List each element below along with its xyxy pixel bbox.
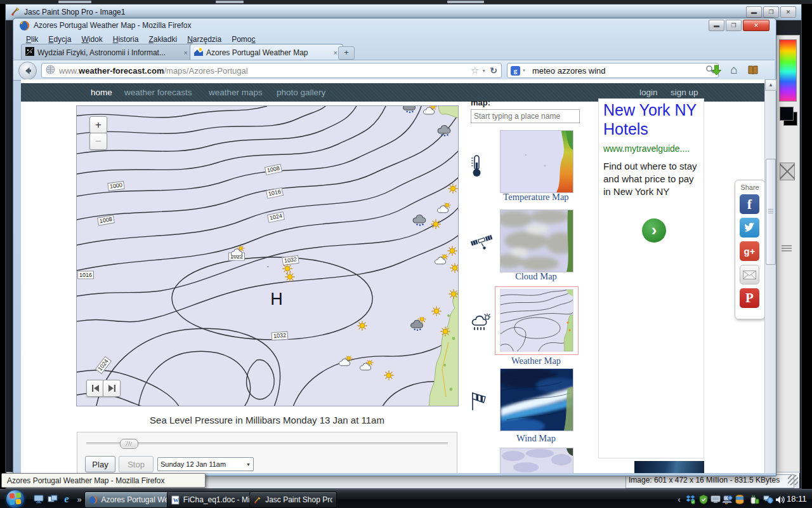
internet-explorer-icon[interactable]: e bbox=[61, 493, 72, 505]
tab-azores-weather-map[interactable]: Azores Portugal Weather Map × bbox=[190, 44, 343, 60]
url-bar[interactable]: www.weather-forecast.com/maps/Azores-Por… bbox=[41, 63, 502, 78]
home-icon[interactable]: ⌂ bbox=[726, 63, 742, 77]
nav-photo-gallery[interactable]: photo gallery bbox=[277, 88, 325, 97]
scrollbar-thumb[interactable] bbox=[766, 159, 776, 265]
database-icon[interactable] bbox=[734, 494, 745, 505]
psp-maximize-button[interactable]: ❐ bbox=[763, 6, 779, 18]
maptype-cloud-label[interactable]: Cloud Map bbox=[488, 271, 584, 282]
nav-weather-maps[interactable]: weather maps bbox=[209, 88, 263, 97]
display-icon[interactable] bbox=[710, 494, 721, 505]
map-zoom-in-button[interactable]: + bbox=[89, 116, 107, 133]
ad-title[interactable]: New York NY Hotels bbox=[603, 101, 698, 138]
wind-map-thumbnail[interactable] bbox=[500, 368, 573, 431]
facebook-icon[interactable]: f bbox=[740, 194, 759, 214]
show-desktop-icon[interactable] bbox=[33, 493, 44, 505]
search-input[interactable] bbox=[531, 65, 705, 76]
background-strip-segment bbox=[447, 1, 484, 3]
background-strip-segment bbox=[58, 1, 91, 3]
page-scrollbar[interactable]: ▲ bbox=[764, 79, 776, 473]
taskbar-button-word[interactable]: W FiCha_eq1.doc - Mi... bbox=[167, 491, 254, 508]
maptype-weather-label[interactable]: Weather Map bbox=[488, 356, 584, 366]
scrollbar-grip bbox=[768, 209, 773, 213]
maptype-temperature-label[interactable]: Temperature Map bbox=[488, 192, 584, 203]
nav-login[interactable]: login bbox=[639, 88, 658, 97]
step-backward-button[interactable] bbox=[86, 380, 104, 397]
texture-swatch[interactable] bbox=[780, 163, 795, 180]
partial-map-thumbnail[interactable] bbox=[500, 448, 573, 473]
time-select-dropdown[interactable]: Sunday 12 Jan 11am ▼ bbox=[157, 457, 254, 471]
tab1-title: Wydział Fizyki, Astronomii i Informat... bbox=[37, 48, 166, 57]
color-spectrum-picker[interactable] bbox=[779, 39, 797, 102]
weather-map-canvas[interactable]: 1000100810161008101610241022103210321024… bbox=[76, 105, 459, 406]
flag-yellow bbox=[15, 498, 21, 504]
url-text: www.weather-forecast.com/maps/Azores-Por… bbox=[59, 66, 248, 76]
firefox-titlebar[interactable]: Azores Portugal Weather Map - Mozilla Fi… bbox=[13, 18, 776, 33]
firefox-maximize-button[interactable]: ❐ bbox=[726, 20, 742, 31]
weather-map-thumbnail[interactable] bbox=[500, 289, 573, 352]
nav-sign-up[interactable]: sign up bbox=[671, 88, 698, 97]
pinterest-icon[interactable]: P bbox=[740, 288, 759, 308]
taskbar-button-paintshop[interactable]: Jasc Paint Shop Pro ... bbox=[249, 491, 337, 508]
firefox-title-text: Azores Portugal Weather Map - Mozilla Fi… bbox=[34, 21, 192, 30]
connection-icon[interactable] bbox=[722, 494, 733, 505]
psp-minimize-button[interactable]: ▬ bbox=[746, 6, 762, 18]
network-icon[interactable] bbox=[763, 494, 773, 505]
quick-launch-overflow-icon[interactable]: » bbox=[74, 493, 85, 505]
map-zoom-out-button[interactable]: − bbox=[89, 133, 107, 150]
search-engine-dropdown-icon[interactable]: ▼ bbox=[522, 69, 526, 72]
tab1-close-icon[interactable]: × bbox=[183, 49, 189, 57]
place-search-input[interactable] bbox=[471, 109, 580, 123]
google-icon[interactable]: g bbox=[511, 66, 520, 76]
twitter-icon[interactable] bbox=[740, 218, 759, 237]
foreground-color-swatch[interactable] bbox=[780, 107, 794, 121]
back-button[interactable] bbox=[18, 62, 37, 80]
bookmarks-icon[interactable] bbox=[745, 63, 761, 77]
ad-arrow-button[interactable]: › bbox=[642, 218, 666, 243]
window-switcher-icon[interactable] bbox=[47, 493, 58, 505]
stop-button[interactable]: Stop bbox=[119, 456, 154, 472]
play-button[interactable]: Play bbox=[85, 456, 115, 472]
step-forward-button[interactable] bbox=[103, 380, 121, 397]
tab-wydzial-fizyki[interactable]: Wydział Fizyki, Astronomii i Informat...… bbox=[21, 44, 193, 60]
firefox-minimize-button[interactable]: ▬ bbox=[709, 20, 724, 31]
speaker-icon[interactable] bbox=[775, 494, 785, 505]
cloudsun-weather-icon bbox=[433, 255, 450, 271]
nav-home[interactable]: home bbox=[91, 88, 112, 97]
power-icon[interactable] bbox=[749, 494, 760, 505]
dropbox-icon[interactable] bbox=[685, 494, 696, 505]
google-plus-icon[interactable]: g+ bbox=[740, 241, 759, 261]
firefox-close-button[interactable]: ✕ bbox=[743, 20, 769, 31]
cloudsun-weather-icon bbox=[435, 203, 452, 219]
tab2-favicon bbox=[194, 47, 203, 58]
search-bar[interactable]: g ▼ bbox=[507, 63, 719, 78]
nav-weather-forecasts[interactable]: weather forecasts bbox=[124, 88, 192, 97]
cloud-map-thumbnail[interactable] bbox=[500, 210, 573, 272]
email-icon[interactable] bbox=[740, 265, 759, 284]
flag-blue bbox=[9, 499, 15, 505]
temperature-map-thumbnail[interactable] bbox=[500, 130, 573, 193]
paintshop-title-text: Jasc Paint Shop Pro - Image1 bbox=[24, 8, 125, 17]
tray-expand-icon[interactable]: ‹ bbox=[674, 494, 684, 505]
antivirus-icon[interactable] bbox=[698, 494, 709, 505]
url-dropdown-icon[interactable]: ▼ bbox=[481, 69, 486, 73]
psp-close-button[interactable]: ✕ bbox=[780, 6, 796, 18]
time-slider-handle[interactable] bbox=[120, 439, 138, 449]
time-slider-track[interactable] bbox=[86, 443, 448, 446]
scroll-up-icon[interactable]: ▲ bbox=[765, 79, 776, 91]
taskbar-clock[interactable]: 18:11 bbox=[787, 494, 807, 504]
ad-body-text: Find out where to stay and what price to… bbox=[603, 160, 698, 198]
ad-url[interactable]: www.mytravelguide.... bbox=[603, 144, 690, 154]
new-tab-button[interactable]: + bbox=[338, 46, 355, 60]
skip-next-icon bbox=[108, 385, 116, 392]
maptype-wind-label[interactable]: Wind Map bbox=[488, 433, 584, 444]
resize-grip[interactable] bbox=[788, 475, 798, 485]
bookmark-star-icon[interactable]: ☆ bbox=[471, 65, 479, 76]
windows-start-orb[interactable] bbox=[6, 490, 24, 508]
taskbar-button-firefox[interactable]: Azores Portugal We... bbox=[84, 491, 172, 508]
cloudsun-weather-icon bbox=[337, 356, 354, 372]
reload-icon[interactable]: ↻ bbox=[490, 65, 497, 76]
advertisement[interactable]: New York NY Hotels www.mytravelguide....… bbox=[598, 98, 704, 458]
map-finder-label: map: bbox=[471, 98, 490, 107]
panel-grip[interactable] bbox=[782, 245, 792, 251]
download-icon[interactable] bbox=[709, 63, 724, 77]
